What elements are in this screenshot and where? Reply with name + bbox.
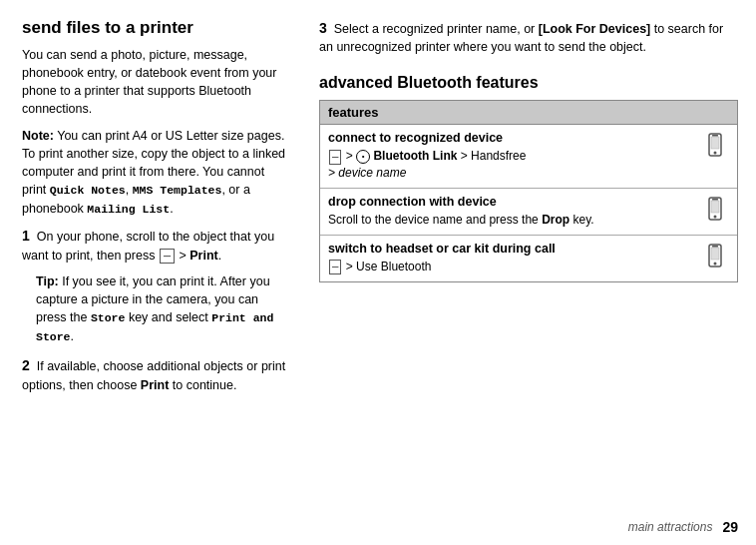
- feature-title-drop: drop connection with device: [328, 195, 695, 209]
- features-header: features: [320, 101, 737, 125]
- step-3-number: 3: [319, 20, 327, 36]
- step-2: 2 If available, choose additional object…: [22, 355, 291, 393]
- step-3-container: 3 Select a recognized printer name, or […: [319, 18, 738, 74]
- svg-rect-11: [712, 246, 718, 248]
- feature-row-drop: drop connection with device Scroll to th…: [320, 189, 737, 236]
- feature-desc-drop: Scroll to the device name and press the …: [328, 212, 695, 229]
- advanced-title: advanced Bluetooth features: [319, 74, 738, 92]
- feature-row-connect: connect to recognized device ─ > • Bluet…: [320, 125, 737, 189]
- bluetooth-circle-icon: •: [356, 150, 370, 164]
- svg-point-2: [714, 152, 717, 155]
- switch-desc-text: > Use Bluetooth: [346, 260, 432, 273]
- step-3-text: Select a recognized printer name, or: [334, 22, 539, 36]
- mailing-label: Mailing List: [87, 203, 170, 216]
- feature-title-connect: connect to recognized device: [328, 131, 695, 145]
- phone-icon-connect: [701, 131, 729, 159]
- tip-paragraph: Tip: If you see it, you can print it. Af…: [36, 272, 291, 346]
- left-column: send files to a printer You can send a p…: [0, 0, 309, 545]
- device-name-text: > device name: [328, 166, 406, 180]
- svg-point-10: [714, 262, 717, 265]
- svg-rect-5: [711, 201, 719, 213]
- section-title: send files to a printer: [22, 18, 291, 38]
- svg-rect-3: [712, 135, 718, 137]
- feature-desc-switch: ─ > Use Bluetooth: [328, 259, 695, 275]
- intro-paragraph: You can send a photo, picture, message, …: [22, 46, 291, 119]
- page-footer: main attractions 29: [628, 519, 738, 535]
- drop-label: Drop: [542, 213, 569, 227]
- feature-title-switch: switch to headset or car kit during call: [328, 242, 695, 256]
- phone-icon-switch: [701, 242, 729, 270]
- svg-point-6: [714, 216, 717, 219]
- svg-rect-9: [711, 248, 719, 260]
- store-label: Store: [91, 311, 126, 324]
- note-paragraph: Note: You can print A4 or US Letter size…: [22, 127, 291, 219]
- note-end: .: [170, 202, 173, 216]
- feature-desc-connect: ─ > • Bluetooth Link > Handsfree > devic…: [328, 148, 695, 182]
- tip-text2: key and select: [125, 310, 211, 324]
- mms-label: MMS Templates: [133, 184, 222, 197]
- step-1-number: 1: [22, 228, 30, 244]
- step-2-number: 2: [22, 357, 30, 373]
- menu-btn-connect: ─: [329, 150, 341, 165]
- right-column: 3 Select a recognized printer name, or […: [309, 0, 756, 545]
- menu-btn-switch: ─: [329, 260, 341, 274]
- print-label-1: Print: [189, 249, 217, 263]
- svg-rect-1: [711, 137, 719, 149]
- tip-label: Tip:: [36, 274, 59, 288]
- look-for-devices-label: [Look For Devices]: [539, 22, 651, 36]
- menu-button-step1: ─: [160, 249, 175, 264]
- gt-1: >: [346, 149, 356, 163]
- step-1-text: On your phone, scroll to the object that…: [22, 230, 274, 262]
- note-comma: ,: [126, 183, 133, 197]
- page-number: 29: [722, 519, 738, 535]
- quick-notes-label: Quick Notes: [50, 184, 126, 197]
- svg-rect-7: [712, 199, 718, 201]
- feature-row-switch: switch to headset or car kit during call…: [320, 236, 737, 281]
- tip-end: .: [71, 329, 74, 343]
- step-1-after-btn: >: [176, 249, 189, 263]
- print-label-2: Print: [141, 378, 169, 392]
- features-table: features connect to recognized device ─ …: [319, 100, 738, 281]
- phone-icon-drop: [701, 195, 729, 223]
- step-1: 1 On your phone, scroll to the object th…: [22, 226, 291, 345]
- footer-text: main attractions: [628, 520, 713, 534]
- note-label: Note:: [22, 129, 54, 143]
- bluetooth-link-text: Bluetooth Link > Handsfree: [373, 149, 526, 163]
